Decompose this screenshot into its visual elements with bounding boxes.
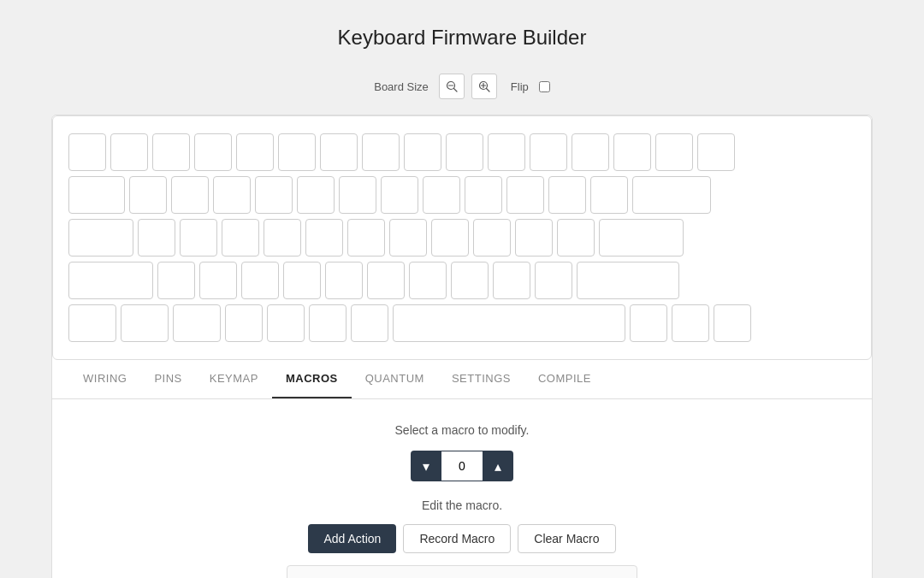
actions-area: No actions yet (287, 565, 637, 578)
key-row-2 (68, 176, 856, 214)
key[interactable] (389, 219, 427, 257)
key[interactable] (367, 262, 405, 299)
record-macro-button[interactable]: Record Macro (403, 524, 511, 553)
key-spacebar[interactable] (393, 304, 625, 342)
macros-tab-content: Select a macro to modify. ▾ ▴ Edit the m… (52, 399, 872, 578)
key[interactable] (255, 176, 293, 214)
key[interactable] (577, 262, 679, 299)
key[interactable] (305, 219, 343, 257)
key[interactable] (68, 176, 125, 214)
key[interactable] (236, 133, 274, 171)
key[interactable] (121, 304, 169, 342)
key[interactable] (473, 219, 511, 257)
key[interactable] (267, 304, 305, 342)
key[interactable] (548, 176, 586, 214)
select-macro-label: Select a macro to modify. (69, 423, 855, 437)
tab-nav: WIRING PINS KEYMAP MACROS QUANTUM SETTIN… (52, 360, 872, 399)
key[interactable] (171, 176, 209, 214)
key[interactable] (129, 176, 167, 214)
key[interactable] (572, 133, 609, 171)
key-row-4 (68, 262, 856, 299)
key[interactable] (451, 262, 489, 299)
key[interactable] (404, 133, 441, 171)
key[interactable] (138, 219, 175, 257)
key[interactable] (697, 133, 735, 171)
key[interactable] (225, 304, 263, 342)
key[interactable] (68, 133, 106, 171)
key[interactable] (409, 262, 447, 299)
zoom-in-button[interactable] (471, 74, 497, 99)
key[interactable] (152, 133, 190, 171)
key[interactable] (423, 176, 460, 214)
key[interactable] (493, 262, 530, 299)
key[interactable] (173, 304, 221, 342)
key[interactable] (488, 133, 525, 171)
key[interactable] (283, 262, 321, 299)
tab-settings[interactable]: SETTINGS (438, 360, 524, 398)
key[interactable] (446, 133, 483, 171)
board-size-label: Board Size (374, 80, 429, 93)
key[interactable] (632, 176, 711, 214)
key[interactable] (320, 133, 358, 171)
key[interactable] (655, 133, 693, 171)
flip-checkbox[interactable] (539, 81, 550, 92)
add-action-button[interactable]: Add Action (308, 524, 396, 553)
key[interactable] (590, 176, 628, 214)
key[interactable] (68, 219, 133, 257)
macro-decrement-button[interactable]: ▾ (411, 451, 441, 481)
flip-label: Flip (511, 80, 529, 93)
key[interactable] (68, 262, 153, 299)
key[interactable] (515, 219, 553, 257)
key[interactable] (465, 176, 502, 214)
key[interactable] (714, 304, 751, 342)
key[interactable] (506, 176, 544, 214)
macro-selector: ▾ ▴ (69, 451, 855, 481)
key[interactable] (213, 176, 251, 214)
chevron-down-icon: ▾ (423, 458, 429, 475)
key[interactable] (264, 219, 301, 257)
key[interactable] (381, 176, 418, 214)
key-row-5 (68, 304, 856, 342)
key[interactable] (309, 304, 346, 342)
key[interactable] (535, 262, 572, 299)
key[interactable] (613, 133, 651, 171)
tab-wiring[interactable]: WIRING (69, 360, 140, 398)
key[interactable] (431, 219, 469, 257)
tab-keymap[interactable]: KEYMAP (196, 360, 272, 398)
key[interactable] (672, 304, 709, 342)
key[interactable] (199, 262, 237, 299)
tab-pins[interactable]: PINS (140, 360, 195, 398)
svg-line-1 (453, 89, 457, 92)
edit-macro-label: Edit the macro. (69, 498, 855, 512)
key[interactable] (222, 219, 259, 257)
key[interactable] (362, 133, 400, 171)
tab-macros[interactable]: MACROS (272, 360, 352, 398)
key[interactable] (347, 219, 385, 257)
key[interactable] (297, 176, 335, 214)
key[interactable] (194, 133, 232, 171)
key[interactable] (351, 304, 388, 342)
page-title: Keyboard Firmware Builder (51, 26, 873, 50)
macro-number-input[interactable] (441, 451, 483, 481)
key[interactable] (157, 262, 195, 299)
key[interactable] (530, 133, 567, 171)
tab-quantum[interactable]: QUANTUM (352, 360, 438, 398)
keyboard-layout (68, 133, 856, 342)
key[interactable] (599, 219, 684, 257)
key[interactable] (325, 262, 363, 299)
key[interactable] (557, 219, 595, 257)
key[interactable] (110, 133, 148, 171)
board-controls: Board Size Flip (51, 74, 873, 99)
macro-increment-button[interactable]: ▴ (483, 451, 513, 481)
key[interactable] (630, 304, 667, 342)
key-row-1 (68, 133, 856, 171)
key[interactable] (180, 219, 217, 257)
key[interactable] (278, 133, 316, 171)
key[interactable] (68, 304, 116, 342)
svg-line-4 (486, 89, 489, 92)
key[interactable] (339, 176, 376, 214)
tab-compile[interactable]: COMPILE (524, 360, 605, 398)
zoom-out-button[interactable] (439, 74, 465, 99)
key[interactable] (241, 262, 279, 299)
clear-macro-button[interactable]: Clear Macro (518, 524, 615, 553)
